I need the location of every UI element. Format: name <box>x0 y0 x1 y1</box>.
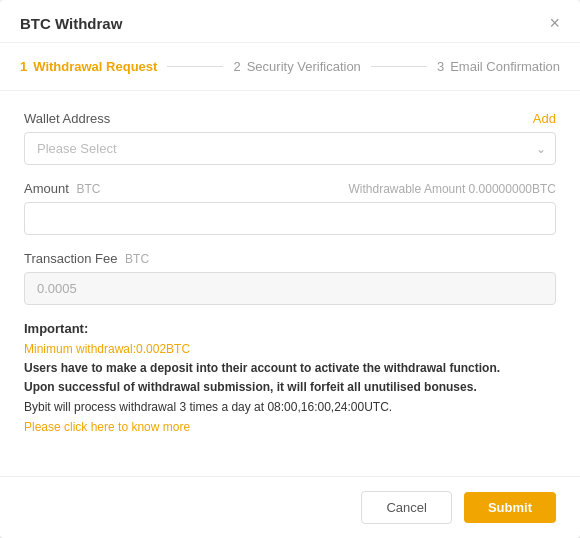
amount-label: Amount BTC <box>24 181 100 196</box>
cancel-button[interactable]: Cancel <box>361 491 451 524</box>
info-line-1: Minimum withdrawal:0.002BTC <box>24 340 556 359</box>
transaction-fee-input <box>24 272 556 305</box>
step-divider-1 <box>167 66 223 67</box>
modal-body: Wallet Address Add Please Select ⌄ Amoun… <box>0 91 580 476</box>
wallet-address-label: Wallet Address <box>24 111 110 126</box>
btc-withdraw-modal: BTC Withdraw × 1 Withdrawal Request 2 Se… <box>0 0 580 538</box>
step-3-num: 3 <box>437 59 444 74</box>
close-button[interactable]: × <box>549 14 560 32</box>
wallet-address-select[interactable]: Please Select <box>24 132 556 165</box>
info-line-3: Upon successful of withdrawal submission… <box>24 378 556 397</box>
transaction-fee-label-row: Transaction Fee BTC <box>24 251 556 266</box>
step-2-label: Security Verification <box>247 59 361 74</box>
know-more-link[interactable]: Please click here to know more <box>24 420 190 434</box>
wallet-select-wrapper: Please Select ⌄ <box>24 132 556 165</box>
info-line-4: Bybit will process withdrawal 3 times a … <box>24 398 556 417</box>
modal-footer: Cancel Submit <box>0 476 580 538</box>
step-2-num: 2 <box>233 59 240 74</box>
step-2: 2 Security Verification <box>233 59 360 74</box>
amount-group: Amount BTC Withdrawable Amount 0.0000000… <box>24 181 556 235</box>
info-box: Important: Minimum withdrawal:0.002BTC U… <box>24 321 556 435</box>
wallet-label-row: Wallet Address Add <box>24 111 556 126</box>
withdrawable-amount-info: Withdrawable Amount 0.00000000BTC <box>349 182 556 196</box>
modal-title: BTC Withdraw <box>20 15 122 32</box>
add-wallet-button[interactable]: Add <box>533 111 556 126</box>
step-1-num: 1 <box>20 59 27 74</box>
amount-label-row: Amount BTC Withdrawable Amount 0.0000000… <box>24 181 556 196</box>
amount-input[interactable] <box>24 202 556 235</box>
important-label: Important: <box>24 321 556 336</box>
step-1: 1 Withdrawal Request <box>20 59 157 74</box>
step-divider-2 <box>371 66 427 67</box>
step-1-label: Withdrawal Request <box>33 59 157 74</box>
stepper: 1 Withdrawal Request 2 Security Verifica… <box>0 43 580 91</box>
transaction-fee-group: Transaction Fee BTC <box>24 251 556 305</box>
submit-button[interactable]: Submit <box>464 492 556 523</box>
transaction-fee-label: Transaction Fee BTC <box>24 251 149 266</box>
step-3: 3 Email Confirmation <box>437 59 560 74</box>
wallet-address-group: Wallet Address Add Please Select ⌄ <box>24 111 556 165</box>
step-3-label: Email Confirmation <box>450 59 560 74</box>
info-line-2: Users have to make a deposit into their … <box>24 359 556 378</box>
modal-header: BTC Withdraw × <box>0 0 580 43</box>
